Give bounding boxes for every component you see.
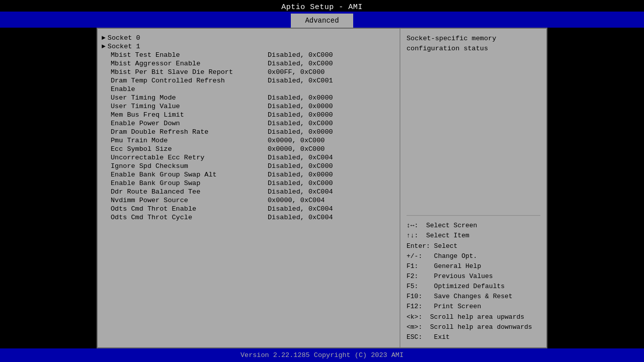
mem-bus-freq-label: Mem Bus Freq Limit (102, 111, 268, 119)
odts-cmd-throt-enable-label: Odts Cmd Throt Enable (102, 205, 268, 213)
enable-label: Enable (102, 85, 268, 93)
ignore-spd-label: Ignore Spd Checksum (102, 162, 268, 170)
socket-0-label: Socket 0 (108, 34, 274, 42)
keybind-f12: F12: Print Screen (407, 302, 540, 312)
user-timing-mode-label: User Timing Mode (102, 94, 268, 102)
divider (407, 215, 540, 216)
enable-power-down-item[interactable]: Enable Power Down Disabled, 0xC000 (102, 119, 395, 128)
keybind-esc: ESC: Exit (407, 332, 540, 342)
title-bar: Aptio Setup - AMI (0, 0, 644, 12)
odts-cmd-throt-cycle-label: Odts Cmd Throt Cycle (102, 214, 268, 221)
keybind-f10: F10: Save Changes & Reset (407, 292, 540, 302)
mbist-test-enable-label: Mbist Test Enable (102, 51, 268, 59)
left-panel: ► Socket 0 ► Socket 1 Mbist Test Enable … (98, 29, 400, 347)
app-title: Aptio Setup - AMI (281, 3, 363, 12)
mbist-aggressor-item[interactable]: Mbist Aggressor Enable Disabled, 0xC000 (102, 59, 395, 68)
pmu-train-mode-value: 0x0000, 0xC000 (268, 137, 325, 144)
keybind-enter: Enter: Select (407, 241, 540, 251)
enable-bank-group-swap-value: Disabled, 0xC000 (268, 179, 333, 187)
uncorrectable-ecc-value: Disabled, 0xC004 (268, 154, 333, 161)
socket-1-item[interactable]: ► Socket 1 (102, 42, 395, 51)
ignore-spd-item[interactable]: Ignore Spd Checksum Disabled, 0xC000 (102, 162, 395, 170)
app: Aptio Setup - AMI Advanced ► Socket 0 ► … (0, 0, 644, 362)
ecc-symbol-size-value: 0x0000, 0xC000 (268, 145, 325, 153)
ignore-spd-value: Disabled, 0xC000 (268, 162, 333, 170)
ddr-route-balanced-value: Disabled, 0xC004 (268, 188, 333, 196)
mbist-test-enable-value: Disabled, 0xC000 (268, 51, 333, 59)
mem-bus-freq-item[interactable]: Mem Bus Freq Limit Disabled, 0x0000 (102, 111, 395, 119)
keybind-select-item: ↑↓: Select Item (407, 231, 540, 241)
uncorrectable-ecc-label: Uncorrectable Ecc Retry (102, 154, 268, 161)
arrow-icon-0: ► (102, 34, 106, 42)
pmu-train-mode-label: Pmu Train Mode (102, 137, 268, 144)
mbist-test-enable-item[interactable]: Mbist Test Enable Disabled, 0xC000 (102, 51, 395, 59)
tab-bar: Advanced (0, 12, 644, 28)
keybind-k: <k>: Scroll help area upwards (407, 312, 540, 322)
enable-item[interactable]: Enable (102, 85, 395, 94)
keybind-select-screen: ↕↔: Select Screen (407, 221, 540, 231)
enable-bank-group-swap-item[interactable]: Enable Bank Group Swap Disabled, 0xC000 (102, 179, 395, 188)
keybind-f2: F2: Previous Values (407, 272, 540, 282)
uncorrectable-ecc-item[interactable]: Uncorrectable Ecc Retry Disabled, 0xC004 (102, 153, 395, 162)
right-panel: Socket-specific memory configuration sta… (400, 29, 546, 347)
nvdimm-power-value: 0x0000, 0xC004 (268, 197, 325, 204)
enable-bank-group-swap-alt-value: Disabled, 0x0000 (268, 171, 333, 178)
enable-bank-group-swap-alt-item[interactable]: Enable Bank Group Swap Alt Disabled, 0x0… (102, 170, 395, 179)
keybind-f5: F5: Optimized Defaults (407, 282, 540, 292)
ecc-symbol-size-item[interactable]: Ecc Symbol Size 0x0000, 0xC000 (102, 145, 395, 153)
odts-cmd-throt-cycle-value: Disabled, 0xC004 (268, 214, 333, 221)
footer-text: Version 2.22.1285 Copyright (C) 2023 AMI (240, 351, 404, 359)
dram-temp-item[interactable]: Dram Temp Controlled Refresh Disabled, 0… (102, 76, 395, 85)
dram-double-refresh-item[interactable]: Dram Double Refresh Rate Disabled, 0x000… (102, 128, 395, 136)
enable-power-down-label: Enable Power Down (102, 120, 268, 127)
tab-advanced[interactable]: Advanced (291, 14, 353, 28)
user-timing-value-label: User Timing Value (102, 103, 268, 110)
footer: Version 2.22.1285 Copyright (C) 2023 AMI (0, 348, 644, 362)
mbist-per-bit-item[interactable]: Mbist Per Bit Slave Die Report 0x00FF, 0… (102, 68, 395, 76)
keybind-change-opt: +/-: Change Opt. (407, 251, 540, 261)
user-timing-value-value: Disabled, 0x0000 (268, 103, 333, 110)
dram-temp-value: Disabled, 0xC001 (268, 77, 333, 84)
ddr-route-balanced-label: Ddr Route Balanced Tee (102, 188, 268, 196)
keybind-m: <m>: Scroll help area downwards (407, 322, 540, 332)
odts-cmd-throt-enable-value: Disabled, 0xC004 (268, 205, 333, 213)
keybind-f1: F1: General Help (407, 261, 540, 272)
enable-bank-group-swap-alt-label: Enable Bank Group Swap Alt (102, 171, 268, 178)
nvdimm-power-label: Nvdimm Power Source (102, 197, 268, 204)
enable-bank-group-swap-label: Enable Bank Group Swap (102, 179, 268, 187)
main-content: ► Socket 0 ► Socket 1 Mbist Test Enable … (97, 28, 547, 348)
user-timing-value-item[interactable]: User Timing Value Disabled, 0x0000 (102, 102, 395, 111)
dram-double-refresh-value: Disabled, 0x0000 (268, 128, 333, 136)
mbist-per-bit-value: 0x00FF, 0xC000 (268, 68, 325, 76)
mbist-aggressor-value: Disabled, 0xC000 (268, 60, 333, 67)
mbist-aggressor-label: Mbist Aggressor Enable (102, 60, 268, 67)
dram-temp-label: Dram Temp Controlled Refresh (102, 77, 268, 84)
user-timing-mode-value: Disabled, 0x0000 (268, 94, 333, 102)
mem-bus-freq-value: Disabled, 0x0000 (268, 111, 333, 119)
socket-1-label: Socket 1 (108, 43, 274, 50)
help-text: Socket-specific memory configuration sta… (407, 34, 540, 211)
arrow-icon-1: ► (102, 43, 106, 50)
socket-0-item[interactable]: ► Socket 0 (102, 34, 395, 42)
odts-cmd-throt-cycle-item[interactable]: Odts Cmd Throt Cycle Disabled, 0xC004 (102, 213, 395, 222)
nvdimm-power-item[interactable]: Nvdimm Power Source 0x0000, 0xC004 (102, 196, 395, 205)
dram-double-refresh-label: Dram Double Refresh Rate (102, 128, 268, 136)
ecc-symbol-size-label: Ecc Symbol Size (102, 145, 268, 153)
pmu-train-mode-item[interactable]: Pmu Train Mode 0x0000, 0xC000 (102, 136, 395, 145)
user-timing-mode-item[interactable]: User Timing Mode Disabled, 0x0000 (102, 94, 395, 102)
ddr-route-balanced-item[interactable]: Ddr Route Balanced Tee Disabled, 0xC004 (102, 188, 395, 196)
enable-power-down-value: Disabled, 0xC000 (268, 120, 333, 127)
odts-cmd-throt-enable-item[interactable]: Odts Cmd Throt Enable Disabled, 0xC004 (102, 205, 395, 213)
keybind-list: ↕↔: Select Screen ↑↓: Select Item Enter:… (407, 221, 540, 342)
mbist-per-bit-label: Mbist Per Bit Slave Die Report (102, 68, 268, 76)
